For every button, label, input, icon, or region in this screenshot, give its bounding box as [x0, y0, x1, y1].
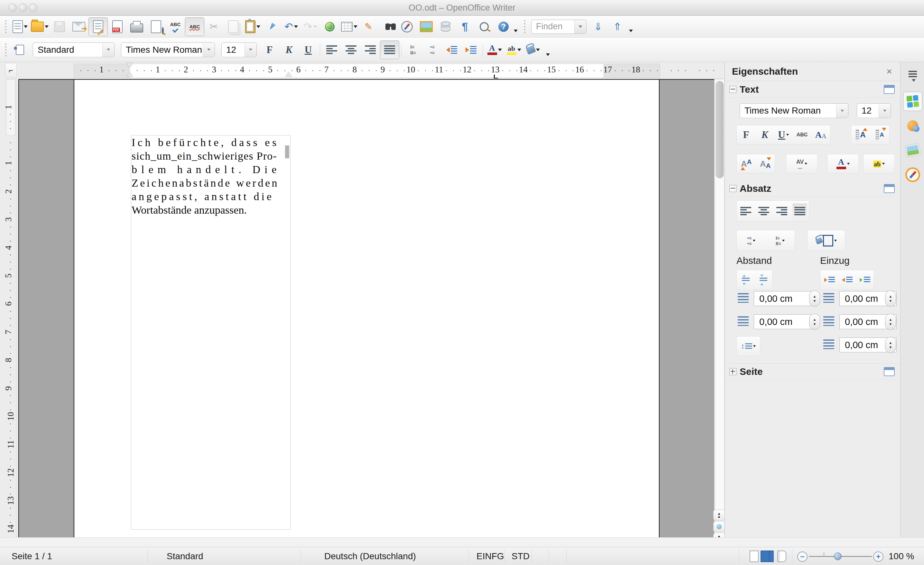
- formatting-overflow-icon[interactable]: [546, 53, 550, 56]
- background-color-button[interactable]: [524, 40, 543, 59]
- find-input[interactable]: Finden: [531, 19, 586, 34]
- increase-indent-button[interactable]: [461, 40, 481, 59]
- align-center-button[interactable]: [341, 40, 361, 59]
- email-button[interactable]: ➜: [69, 17, 88, 36]
- sidebar-font-name-combobox[interactable]: Times New Roman: [740, 103, 848, 118]
- vertical-scrollbar[interactable]: [715, 80, 724, 537]
- text-line[interactable]: angepasst, anstatt die: [132, 190, 290, 203]
- sidebar-bullet-list-button[interactable]: •≡ •≡: [744, 232, 759, 249]
- status-language[interactable]: Deutsch (Deutschland): [324, 551, 416, 562]
- scrollbar-thumb[interactable]: [716, 81, 724, 178]
- increase-spacing-button[interactable]: [738, 272, 753, 288]
- find-previous-button[interactable]: ⇑: [608, 17, 627, 36]
- data-sources-button[interactable]: [436, 17, 455, 36]
- styles-window-button[interactable]: [10, 40, 30, 59]
- frame-handle[interactable]: [285, 145, 289, 158]
- vertical-ruler[interactable]: 12345678910111213141: [5, 79, 16, 537]
- sidebar-settings-button[interactable]: [903, 67, 922, 86]
- text-section-header[interactable]: Text: [725, 81, 900, 98]
- bullet-list-button[interactable]: •≡ •≡: [423, 40, 442, 59]
- undo-button[interactable]: ↶: [282, 17, 301, 36]
- status-zoom-value[interactable]: 100 %: [889, 551, 914, 562]
- navigator-button[interactable]: [398, 17, 417, 36]
- autospellcheck-button[interactable]: ABC: [185, 17, 204, 36]
- close-sidebar-icon[interactable]: ×: [884, 66, 895, 77]
- left-indent-marker[interactable]: [126, 72, 133, 76]
- paragraph-background-button[interactable]: [816, 232, 837, 249]
- strikethrough-button[interactable]: ABC: [795, 127, 810, 143]
- expand-icon[interactable]: [729, 368, 736, 375]
- sidebar-align-center-button[interactable]: [756, 203, 771, 219]
- decrease-spacing-button[interactable]: [756, 272, 771, 288]
- underline-button[interactable]: U: [298, 40, 318, 59]
- spellcheck-button[interactable]: ABC: [166, 17, 185, 36]
- text-line[interactable]: Zeichenabstände werden: [132, 176, 290, 190]
- find-toolbar-drag-handle[interactable]: [524, 20, 526, 33]
- text-dialog-launcher-icon[interactable]: [884, 85, 895, 94]
- tab-properties[interactable]: [903, 92, 922, 111]
- single-page-view-button[interactable]: [750, 550, 759, 562]
- sidebar-size-dropdown-icon[interactable]: [879, 103, 891, 118]
- tab-gallery[interactable]: [903, 141, 922, 160]
- indent-before-stepper[interactable]: ▲▼: [885, 291, 896, 307]
- font-color-button[interactable]: A: [485, 40, 504, 59]
- tab-navigator[interactable]: [903, 165, 922, 184]
- decrease-font-size-button[interactable]: A: [873, 127, 887, 143]
- text-line[interactable]: Ich befürchte, dass es: [132, 136, 290, 149]
- sidebar-bold-button[interactable]: F: [739, 127, 753, 143]
- horizontal-ruler[interactable]: 1234567891011121314151617181: [18, 62, 723, 79]
- first-line-indent-marker[interactable]: [126, 63, 133, 67]
- new-document-button[interactable]: [10, 17, 30, 36]
- bold-button[interactable]: F: [260, 40, 279, 59]
- zoom-slider-thumb[interactable]: [834, 553, 842, 560]
- page-dialog-launcher-icon[interactable]: [884, 367, 895, 376]
- spacing-above-stepper[interactable]: ▲▼: [809, 291, 820, 307]
- sidebar-increase-indent-button[interactable]: [822, 272, 837, 288]
- find-replace-button[interactable]: [378, 17, 398, 36]
- sidebar-highlight-button[interactable]: ab: [872, 156, 886, 172]
- zoom-in-button[interactable]: +: [873, 552, 884, 562]
- paragraph-section-header[interactable]: Absatz: [725, 180, 900, 197]
- superscript-button[interactable]: AA: [739, 156, 754, 172]
- text-line[interactable]: blem handelt. Die: [132, 163, 290, 176]
- zoom-out-button[interactable]: −: [797, 552, 807, 562]
- edit-mode-button[interactable]: [88, 17, 108, 36]
- sidebar-italic-button[interactable]: K: [758, 127, 772, 143]
- text-line[interactable]: Wortabstände anzupassen.: [132, 203, 290, 217]
- horizontal-scroll-area[interactable]: [0, 537, 924, 547]
- tab-stop-selector[interactable]: ⌐: [5, 63, 17, 78]
- align-left-button[interactable]: [322, 40, 341, 59]
- document-canvas[interactable]: Ich befürchte, dass es sich_um_ein_schwi…: [18, 79, 714, 537]
- sidebar-decrease-indent-button[interactable]: [840, 272, 855, 288]
- draw-functions-button[interactable]: ✎: [359, 17, 378, 36]
- find-toolbar-overflow-icon[interactable]: [629, 30, 633, 32]
- tab-styles[interactable]: [903, 116, 922, 135]
- sidebar-justify-button[interactable]: [792, 203, 807, 219]
- status-insert-mode[interactable]: EINFG: [477, 551, 504, 562]
- export-pdf-button[interactable]: PDF: [108, 17, 127, 36]
- sidebar-align-left-button[interactable]: [738, 203, 753, 219]
- insert-table-button[interactable]: [339, 17, 359, 36]
- navigation-target-button[interactable]: [713, 521, 725, 532]
- status-selection-mode[interactable]: STD: [512, 551, 530, 562]
- sidebar-font-color-button[interactable]: A: [836, 156, 850, 172]
- italic-button[interactable]: K: [279, 40, 298, 59]
- formatting-drag-handle[interactable]: [4, 43, 7, 56]
- paste-button[interactable]: [243, 17, 262, 36]
- subscript-button[interactable]: AA: [758, 156, 773, 172]
- align-right-button[interactable]: [361, 40, 380, 59]
- font-name-combobox[interactable]: Times New Roman: [121, 42, 215, 57]
- gallery-button[interactable]: [417, 17, 436, 36]
- previous-page-button[interactable]: ▲▲: [713, 510, 725, 521]
- spacing-above-field[interactable]: 0,00 cm: [754, 291, 811, 306]
- character-spacing-button[interactable]: AV↔: [794, 156, 809, 172]
- format-paintbrush-button[interactable]: [262, 17, 282, 36]
- indent-first-stepper[interactable]: ▲▼: [885, 337, 896, 353]
- sidebar-align-right-button[interactable]: [774, 203, 789, 219]
- document-text[interactable]: Ich befürchte, dass es sich_um_ein_schwi…: [132, 136, 290, 217]
- font-size-combobox[interactable]: 12: [221, 42, 257, 57]
- status-page[interactable]: Seite 1 / 1: [12, 551, 52, 562]
- sidebar-underline-button[interactable]: U: [776, 127, 791, 143]
- collapse-icon[interactable]: [729, 86, 736, 93]
- toolbar-overflow-icon[interactable]: [514, 30, 518, 32]
